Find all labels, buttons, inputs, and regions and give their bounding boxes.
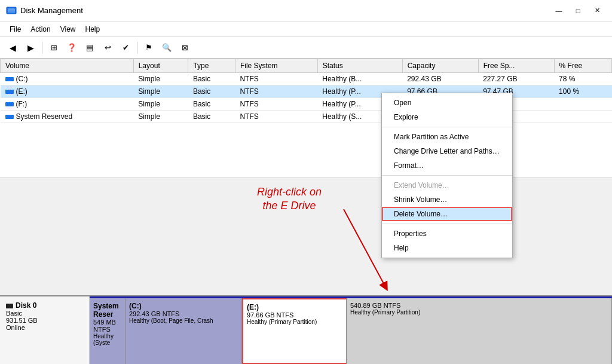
menu-bar: File Action View Help [0,22,612,37]
menu-action[interactable]: Action [26,23,55,36]
table-row[interactable]: System Reserved Simple Basic NTFS Health… [1,111,612,123]
cell-type: Basic [188,85,235,98]
cell-pctfree: 100 % [554,85,611,98]
menu-file[interactable]: File [5,23,26,36]
partition-status: Healthy (Primary Partition) [247,319,342,325]
cell-fs: NTFS [235,73,317,85]
app-icon [6,5,17,16]
svg-rect-1 [8,8,15,13]
cell-volume: (C:) [1,73,134,85]
minimize-button[interactable]: — [550,4,568,18]
disk-area: Disk 0 Basic 931.51 GB Online System Res… [0,295,612,364]
cell-layout: Simple [133,73,188,85]
back-button[interactable]: ◀ [5,40,20,56]
title-bar: Disk Management — □ ✕ [0,0,612,22]
partition-0[interactable]: System Reser 549 MB NTFS Healthy (Syste [90,298,126,364]
col-status: Status [317,59,402,73]
partition-status: Healthy (Boot, Page File, Crash [129,317,238,324]
ctx-item-extend-volume-[interactable]: Extend Volume… [382,178,512,192]
cell-pctfree: 78 % [554,73,611,85]
ctx-separator [382,175,512,176]
menu-help[interactable]: Help [81,23,105,36]
col-layout: Layout [133,59,188,73]
ctx-item-explore[interactable]: Explore [382,110,512,124]
forward-button[interactable]: ▶ [23,40,38,56]
window-title: Disk Management [20,6,550,15]
cell-volume: (F:) [1,98,134,111]
col-pctfree: % Free [554,59,611,73]
col-type: Type [188,59,235,73]
table-row[interactable]: (E:) Simple Basic NTFS Healthy (P... 97.… [1,85,612,98]
cell-pctfree [554,111,611,123]
partition-size: 540.89 GB NTFS [350,302,608,309]
col-volume: Volume [1,59,134,73]
cell-pctfree [554,98,611,111]
cell-fs: NTFS [235,98,317,111]
partition-status: Healthy (Primary Partition) [350,309,608,316]
ctx-item-properties[interactable]: Properties [382,227,512,241]
cell-type: Basic [188,73,235,85]
table-row[interactable]: (C:) Simple Basic NTFS Healthy (B... 292… [1,73,612,85]
toolbar-btn-grid[interactable]: ⊞ [46,40,62,56]
cell-free: 227.27 GB [478,73,554,85]
ctx-item-open[interactable]: Open [382,96,512,110]
partition-name: (E:) [247,303,342,311]
cell-fs: NTFS [235,85,317,98]
disk-label: Disk 0 Basic 931.51 GB Online [0,296,90,364]
disk-partitions: System Reser 549 MB NTFS Healthy (Syste … [90,296,612,364]
partition-1[interactable]: (C:) 292.43 GB NTFS Healthy (Boot, Page … [126,298,242,364]
toolbar-btn-flag[interactable]: ⚑ [141,40,157,56]
ctx-item-mark-partition-as-active[interactable]: Mark Partition as Active [382,130,512,144]
cell-type: Basic [188,98,235,111]
disk-name: Disk 0 [6,301,83,310]
cell-layout: Simple [133,111,188,123]
context-menu: OpenExploreMark Partition as ActiveChang… [381,93,513,258]
volume-table-area: Volume Layout Type File System Status Ca… [0,59,612,178]
partition-size: 549 MB NTFS [93,319,121,333]
partition-size: 97.66 GB NTFS [247,311,342,319]
toolbar-btn-arrow[interactable]: ↩ [100,40,115,56]
toolbar-btn-check[interactable]: ✔ [118,40,133,56]
ctx-item-delete-volume-[interactable]: Delete Volume… [382,207,512,221]
cell-volume: (E:) [1,85,134,98]
cell-layout: Simple [133,98,188,111]
toolbar-sep-1 [42,42,42,54]
table-row[interactable]: (F:) Simple Basic NTFS Healthy (P... 5 [1,98,612,111]
close-button[interactable]: ✕ [588,4,606,18]
disk-type: Basic [6,310,83,317]
window-controls: — □ ✕ [550,4,606,18]
svg-line-4 [344,209,385,287]
cell-status: Healthy (B... [317,73,402,85]
partition-2[interactable]: (E:) 97.66 GB NTFS Healthy (Primary Part… [242,298,347,364]
cell-volume: System Reserved [1,111,134,123]
cell-type: Basic [188,111,235,123]
col-capacity: Capacity [402,59,478,73]
ctx-item-change-drive-letter-and-paths-[interactable]: Change Drive Letter and Paths… [382,144,512,158]
partition-size: 292.43 GB NTFS [129,310,238,317]
volume-table: Volume Layout Type File System Status Ca… [0,59,612,123]
ctx-item-help[interactable]: Help [382,241,512,255]
toolbar: ◀ ▶ ⊞ ❓ ▤ ↩ ✔ ⚑ 🔍 ⊠ [0,37,612,59]
disk-size: 931.51 GB [6,317,83,324]
partition-name: (C:) [129,302,238,310]
cell-capacity: 292.43 GB [402,73,478,85]
ctx-separator [382,224,512,224]
col-free: Free Sp... [478,59,554,73]
toolbar-btn-help[interactable]: ❓ [64,40,79,56]
toolbar-btn-search[interactable]: 🔍 [159,40,175,56]
annotation-text: Right-click onthe E Drive [257,185,322,213]
ctx-separator [382,127,512,127]
partition-status: Healthy (Syste [93,333,121,346]
menu-view[interactable]: View [56,23,81,36]
ctx-item-shrink-volume-[interactable]: Shrink Volume… [382,192,512,207]
disk-status: Online [6,324,83,331]
toolbar-btn-list[interactable]: ▤ [82,40,97,56]
partition-3[interactable]: 540.89 GB NTFS Healthy (Primary Partitio… [347,298,612,364]
svg-rect-2 [7,11,16,11]
toolbar-btn-grid2[interactable]: ⊠ [177,40,192,56]
ctx-item-format-[interactable]: Format… [382,158,512,173]
cell-fs: NTFS [235,111,317,123]
col-filesystem: File System [235,59,317,73]
partition-name: System Reser [93,302,121,319]
maximize-button[interactable]: □ [569,4,587,18]
